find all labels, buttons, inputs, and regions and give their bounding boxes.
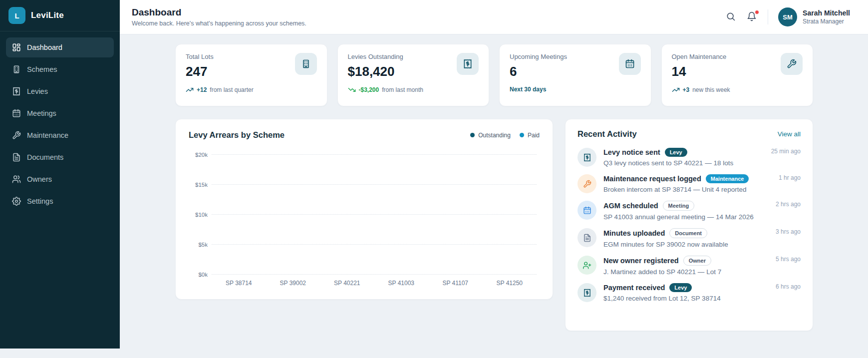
calendar-icon [578, 201, 596, 220]
stat-card-body: Upcoming Meetings6Next 30 days [510, 53, 567, 97]
activity-item[interactable]: Maintenance request loggedMaintenanceBro… [578, 174, 801, 193]
dashboard-icon [12, 43, 21, 52]
topbar-actions: SM Sarah Mitchell Strata Manager [726, 7, 850, 26]
stat-card-upcoming-meetings: Upcoming Meetings6Next 30 days [499, 44, 651, 106]
stat-trend: -$3,200from last month [348, 86, 423, 94]
chart-y-tick: $5k [189, 242, 208, 248]
stat-trend-value: Next 30 days [510, 86, 546, 93]
activity-item[interactable]: Levy notice sentLevyQ3 levy notices sent… [578, 148, 801, 167]
activity-item-main: Levy notice sentLevyQ3 levy notices sent… [603, 148, 759, 167]
app-name: LeviLite [31, 10, 64, 20]
chart-x-label: SP 41003 [379, 280, 424, 287]
calendar-icon [12, 109, 21, 118]
stat-card-total-lots: Total Lots247+12from last quarter [175, 44, 327, 106]
activity-badge: Levy [665, 148, 687, 157]
stat-card-body: Total Lots247+12from last quarter [186, 53, 254, 97]
activity-title-row: New owner registeredOwner [603, 256, 764, 266]
activity-item[interactable]: New owner registeredOwnerJ. Martinez add… [578, 256, 801, 276]
user-menu[interactable]: SM Sarah Mitchell Strata Manager [778, 7, 850, 26]
activity-list: Levy notice sentLevyQ3 levy notices sent… [578, 148, 801, 302]
stat-card-open-maintenance: Open Maintenance14+3new this week [661, 44, 814, 106]
sidebar-item-label: Settings [27, 197, 53, 205]
activity-item-main: Maintenance request loggedMaintenanceBro… [603, 174, 767, 193]
receipt-icon [457, 53, 479, 75]
chart-x-label: SP 38714 [216, 280, 261, 287]
stat-value: $18,420 [348, 64, 423, 79]
app-logo: L LeviLite [0, 0, 120, 31]
activity-item[interactable]: AGM scheduledMeetingSP 41003 annual gene… [578, 201, 801, 221]
activity-item-main: AGM scheduledMeetingSP 41003 annual gene… [603, 201, 764, 221]
trend-down-icon [348, 86, 356, 94]
stat-trend: Next 30 days [510, 86, 567, 93]
sidebar-item-label: Maintenance [27, 131, 68, 139]
activity-item-subtitle: Broken intercom at SP 38714 — Unit 4 rep… [603, 186, 767, 193]
sidebar-item-maintenance[interactable]: Maintenance [6, 125, 114, 145]
legend-label: Outstanding [478, 132, 511, 139]
stat-card-levies-outstanding: Levies Outstanding$18,420-$3,200from las… [337, 44, 490, 106]
activity-item[interactable]: Payment receivedLevy$1,240 received from… [578, 283, 801, 302]
activity-title-row: Maintenance request loggedMaintenance [603, 174, 767, 183]
activity-item-subtitle: $1,240 received from Lot 12, SP 38714 [603, 295, 764, 302]
sidebar-item-schemes[interactable]: Schemes [6, 59, 114, 79]
activity-title-row: AGM scheduledMeeting [603, 201, 764, 211]
stat-trend-value: +3 [683, 86, 690, 93]
avatar[interactable]: SM [778, 7, 797, 26]
activity-title-row: Payment receivedLevy [603, 283, 764, 292]
activity-item-time: 5 hrs ago [776, 256, 801, 276]
notification-dot [755, 10, 759, 14]
document-icon [12, 153, 21, 162]
receipt-icon [12, 87, 21, 96]
stats-row: Total Lots247+12from last quarterLevies … [175, 44, 813, 106]
chart-header: Levy Arrears by Scheme OutstandingPaid [189, 130, 540, 140]
activity-item[interactable]: Minutes uploadedDocumentEGM minutes for … [578, 228, 801, 248]
stat-trend-suffix: from last quarter [210, 86, 253, 93]
stat-trend: +3new this week [672, 86, 730, 94]
building-icon [295, 53, 317, 75]
activity-item-time: 25 min ago [771, 148, 801, 167]
bell-icon[interactable] [747, 11, 758, 22]
gear-icon [12, 197, 21, 206]
stat-label: Total Lots [186, 53, 254, 60]
activity-badge: Document [669, 228, 707, 238]
stat-trend-suffix: new this week [692, 86, 730, 93]
chart-y-tick: $0k [189, 272, 208, 278]
chart-x-labels: SP 38714SP 39002SP 40221SP 41003SP 41107… [212, 280, 537, 287]
sidebar-item-label: Documents [27, 153, 63, 161]
activity-badge: Maintenance [706, 174, 749, 183]
calendar-icon [619, 53, 641, 75]
chart-x-label: SP 41250 [487, 280, 532, 287]
stat-label: Upcoming Meetings [510, 53, 567, 60]
sidebar-item-label: Meetings [27, 109, 56, 117]
activity-item-subtitle: Q3 levy notices sent to SP 40221 — 18 lo… [603, 159, 759, 167]
sidebar-item-meetings[interactable]: Meetings [6, 103, 114, 123]
document-icon [578, 228, 596, 247]
stat-card-body: Open Maintenance14+3new this week [672, 53, 730, 97]
activity-title: Recent Activity [578, 129, 637, 139]
activity-item-title: Levy notice sent [603, 148, 660, 156]
recent-activity-card: Recent Activity View all Levy notice sen… [565, 119, 813, 331]
chart-plot-wrap: $0k$5k$10k$15k$20k SP 38714SP 39002SP 40… [212, 155, 537, 287]
search-icon[interactable] [726, 11, 737, 22]
sidebar-item-levies[interactable]: Levies [6, 81, 114, 101]
stat-trend-suffix: from last month [382, 86, 423, 93]
legend-dot [520, 133, 524, 137]
topbar-divider [768, 9, 768, 24]
activity-item-main: New owner registeredOwnerJ. Martinez add… [603, 256, 764, 276]
activity-title-row: Levy notice sentLevy [603, 148, 759, 157]
trend-up-icon [672, 86, 680, 94]
activity-title-row: Minutes uploadedDocument [603, 228, 764, 238]
chart-bars [212, 155, 537, 275]
sidebar-item-owners[interactable]: Owners [6, 169, 114, 189]
stat-trend-value: -$3,200 [359, 86, 379, 93]
legend-item-outstanding: Outstanding [470, 132, 511, 139]
legend-dot [470, 133, 475, 137]
sidebar-item-dashboard[interactable]: Dashboard [6, 37, 114, 57]
activity-item-time: 1 hr ago [779, 174, 801, 193]
legend-item-paid: Paid [520, 132, 540, 139]
sidebar-item-documents[interactable]: Documents [6, 147, 114, 167]
receipt-icon [578, 283, 596, 302]
sidebar-item-label: Schemes [27, 65, 57, 73]
view-all-link[interactable]: View all [778, 130, 801, 138]
stat-value: 6 [510, 64, 567, 79]
sidebar-item-settings[interactable]: Settings [6, 191, 114, 211]
